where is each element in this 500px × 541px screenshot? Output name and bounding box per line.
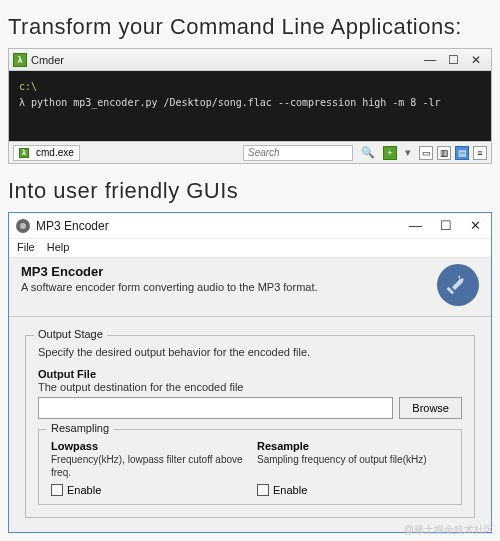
minimize-button[interactable]: — xyxy=(424,53,436,67)
dropdown-icon[interactable]: ▾ xyxy=(405,146,411,159)
gui-titlebar: MP3 Encoder — ☐ ✕ xyxy=(9,213,491,239)
resampling-legend: Resampling xyxy=(47,422,113,434)
watermark: @稀土掘金技术社区 xyxy=(404,523,494,537)
terminal-body[interactable]: c:\ λ python mp3_encoder.py /Desktop/son… xyxy=(9,71,491,141)
lowpass-enable-label: Enable xyxy=(67,484,101,496)
menu-file[interactable]: File xyxy=(17,241,35,253)
page-subtitle: A software encoder form converting audio… xyxy=(21,281,429,293)
close-button[interactable]: ✕ xyxy=(470,218,481,233)
maximize-button[interactable]: ☐ xyxy=(448,53,459,67)
resample-desc: Sampling frequency of output file(kHz) xyxy=(257,454,449,480)
minimize-button[interactable]: — xyxy=(409,218,422,233)
search-icon[interactable]: 🔍 xyxy=(361,146,375,159)
cmder-titlebar: λ Cmder — ☐ ✕ xyxy=(9,49,491,71)
tab-label: cmd.exe xyxy=(36,147,74,158)
toolbar-button-2[interactable]: ▥ xyxy=(437,146,451,160)
lowpass-desc: Frequency(kHz), lowpass filter cutoff ab… xyxy=(51,454,243,480)
cmder-icon: λ xyxy=(13,53,27,67)
cmder-window: λ Cmder — ☐ ✕ c:\ λ python mp3_encoder.p… xyxy=(8,48,492,164)
resample-enable-checkbox[interactable] xyxy=(257,484,269,496)
toolbar-button-1[interactable]: ▭ xyxy=(419,146,433,160)
lowpass-column: Lowpass Frequency(kHz), lowpass filter c… xyxy=(51,440,243,496)
browse-button[interactable]: Browse xyxy=(399,397,462,419)
page-title: MP3 Encoder xyxy=(21,264,429,279)
output-stage-legend: Output Stage xyxy=(34,328,107,340)
gui-title: MP3 Encoder xyxy=(36,219,409,233)
menu-button[interactable]: ≡ xyxy=(473,146,487,160)
cmder-statusbar: λ cmd.exe 🔍 + ▾ ▭ ▥ ▤ ≡ xyxy=(9,141,491,163)
tab-icon: λ xyxy=(19,148,29,158)
close-button[interactable]: ✕ xyxy=(471,53,481,67)
menu-help[interactable]: Help xyxy=(47,241,70,253)
lowpass-title: Lowpass xyxy=(51,440,243,452)
headline-bottom: Into user friendly GUIs xyxy=(8,178,492,204)
command-text: python mp3_encoder.py /Desktop/song.flac… xyxy=(31,97,440,108)
gui-window: MP3 Encoder — ☐ ✕ File Help MP3 Encoder … xyxy=(8,212,492,533)
svg-point-1 xyxy=(20,223,26,229)
output-file-desc: The output destination for the encoded f… xyxy=(38,381,462,393)
output-stage-desc: Specify the desired output behavior for … xyxy=(38,346,462,358)
output-file-input[interactable] xyxy=(38,397,393,419)
toolbar-button-3[interactable]: ▤ xyxy=(455,146,469,160)
app-icon xyxy=(15,218,31,234)
gui-header: MP3 Encoder A software encoder form conv… xyxy=(9,258,491,316)
prompt-path: c:\ xyxy=(19,79,481,95)
output-file-label: Output File xyxy=(38,368,462,380)
cmder-title: Cmder xyxy=(31,54,424,66)
resample-column: Resample Sampling frequency of output fi… xyxy=(257,440,449,496)
lowpass-enable-checkbox[interactable] xyxy=(51,484,63,496)
prompt-symbol: λ xyxy=(19,97,25,108)
tab-cmd[interactable]: λ cmd.exe xyxy=(13,145,80,161)
tools-icon xyxy=(437,264,479,306)
search-input[interactable] xyxy=(243,145,353,161)
resample-enable-label: Enable xyxy=(273,484,307,496)
new-tab-button[interactable]: + xyxy=(383,146,397,160)
gui-menubar: File Help xyxy=(9,239,491,258)
resample-title: Resample xyxy=(257,440,449,452)
maximize-button[interactable]: ☐ xyxy=(440,218,452,233)
output-stage-fieldset: Output Stage Specify the desired output … xyxy=(25,335,475,518)
headline-top: Transform your Command Line Applications… xyxy=(8,14,492,40)
resampling-fieldset: Resampling Lowpass Frequency(kHz), lowpa… xyxy=(38,429,462,505)
